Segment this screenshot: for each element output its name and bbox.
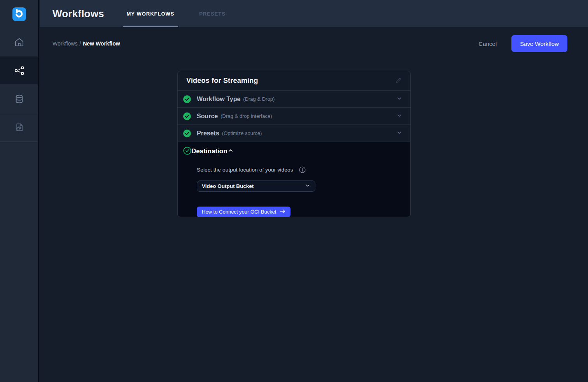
tab-presets[interactable]: PRESETS bbox=[184, 0, 241, 27]
sidebar-item-workflows[interactable] bbox=[0, 56, 38, 85]
chevron-down-icon bbox=[305, 183, 310, 190]
brand-logo-icon bbox=[15, 9, 23, 19]
sidebar-item-home[interactable] bbox=[0, 28, 38, 56]
chevron-down-icon bbox=[396, 95, 402, 103]
header-bar: Workflows MY WORKFLOWS PRESETS bbox=[40, 0, 588, 27]
tab-label: PRESETS bbox=[199, 11, 226, 17]
section-destination: Destination Select the output location o… bbox=[178, 142, 410, 217]
destination-body: Select the output location of your video… bbox=[178, 161, 410, 217]
save-workflow-button[interactable]: Save Workflow bbox=[511, 35, 567, 52]
section-label: Presets bbox=[197, 130, 219, 137]
section-sublabel: (Drag & drop interface) bbox=[220, 113, 272, 119]
tab-label: MY WORKFLOWS bbox=[127, 11, 175, 17]
breadcrumb-parent[interactable]: Workflows bbox=[52, 40, 77, 47]
check-circle-filled-icon bbox=[183, 130, 191, 137]
workflow-card-header: Videos for Streaming bbox=[178, 71, 410, 91]
section-label: Workflow Type bbox=[197, 96, 240, 103]
tab-my-workflows[interactable]: MY WORKFLOWS bbox=[123, 0, 178, 27]
billing-invoice-icon: $ bbox=[14, 122, 24, 133]
edit-workflow-name-button[interactable] bbox=[395, 77, 402, 85]
workflow-card: Videos for Streaming Workflow Type (Dr bbox=[177, 71, 411, 217]
check-circle-filled-icon bbox=[183, 112, 191, 120]
output-location-label: Select the output location of your video… bbox=[197, 167, 293, 173]
brand-logo[interactable] bbox=[0, 0, 38, 28]
section-label: Destination bbox=[191, 147, 228, 155]
section-row-presets[interactable]: Presets (Optimize source) bbox=[178, 125, 410, 142]
chevron-up-icon bbox=[228, 147, 234, 155]
pencil-icon bbox=[395, 77, 402, 85]
app-window: $ Workflows MY WORKFLOWS PRESETS Workflo… bbox=[0, 0, 588, 382]
connect-oci-bucket-button[interactable]: How to Connect your OCI Bucket bbox=[197, 207, 290, 217]
workflow-name: Videos for Streaming bbox=[186, 77, 258, 85]
check-circle-outline-icon bbox=[183, 147, 191, 156]
sidebar-item-storage[interactable] bbox=[0, 85, 38, 113]
info-icon[interactable] bbox=[299, 166, 306, 173]
section-label: Source bbox=[197, 113, 218, 120]
page-title: Workflows bbox=[52, 0, 104, 27]
section-row-workflow-type[interactable]: Workflow Type (Drag & Drop) bbox=[178, 91, 410, 108]
arrow-right-icon bbox=[280, 209, 285, 215]
svg-text:$: $ bbox=[17, 128, 19, 130]
chevron-down-icon bbox=[396, 112, 402, 120]
section-row-destination[interactable]: Destination bbox=[178, 142, 410, 161]
connect-oci-bucket-label: How to Connect your OCI Bucket bbox=[202, 209, 276, 215]
breadcrumb-current: New Workflow bbox=[83, 40, 120, 47]
workflow-split-icon bbox=[14, 65, 24, 76]
header-tabs: MY WORKFLOWS PRESETS bbox=[123, 0, 241, 27]
output-bucket-dropdown-value: Video Output Bucket bbox=[202, 183, 254, 189]
database-icon bbox=[14, 94, 24, 104]
section-row-source[interactable]: Source (Drag & drop interface) bbox=[178, 108, 410, 125]
section-sublabel: (Optimize source) bbox=[222, 130, 262, 136]
output-bucket-dropdown[interactable]: Video Output Bucket bbox=[197, 180, 315, 192]
cancel-button[interactable]: Cancel bbox=[479, 40, 497, 47]
toolbar-actions: Cancel Save Workflow bbox=[479, 35, 567, 52]
breadcrumb-separator: / bbox=[79, 40, 81, 47]
home-icon bbox=[14, 37, 24, 47]
breadcrumb: Workflows / New Workflow bbox=[52, 40, 120, 47]
sidebar: $ bbox=[0, 0, 39, 382]
section-sublabel: (Drag & Drop) bbox=[243, 96, 275, 102]
sidebar-item-billing[interactable]: $ bbox=[0, 113, 38, 142]
check-circle-filled-icon bbox=[183, 95, 191, 103]
chevron-down-icon bbox=[396, 130, 402, 137]
